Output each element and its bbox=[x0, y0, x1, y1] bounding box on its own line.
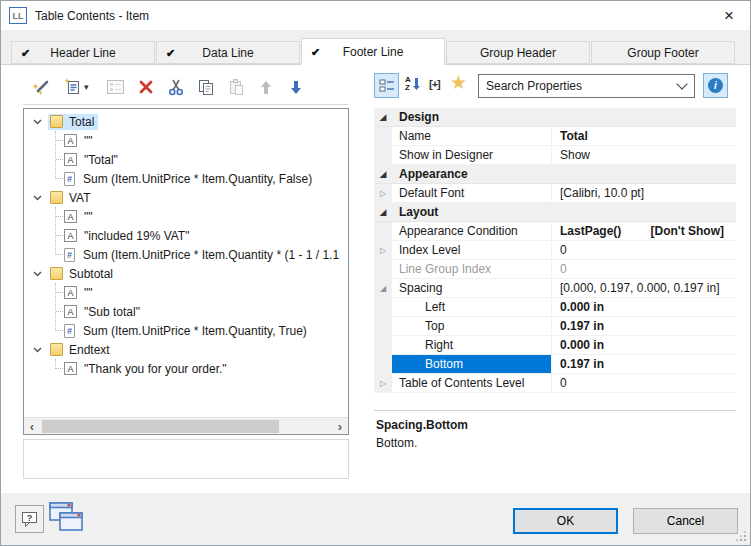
property-row-name[interactable]: Name Total bbox=[374, 127, 736, 146]
info-button[interactable]: i bbox=[703, 73, 728, 98]
search-properties-combo[interactable] bbox=[478, 74, 695, 98]
property-row-default-font[interactable]: ▷ Default Font [Calibri, 10.0 pt] bbox=[374, 184, 736, 203]
collapse-icon[interactable]: ◢ bbox=[374, 165, 392, 183]
horizontal-scrollbar[interactable]: ‹ › bbox=[24, 417, 348, 434]
expand-icon[interactable]: ▷ bbox=[374, 184, 392, 202]
scroll-left-icon[interactable]: ‹ bbox=[24, 419, 40, 434]
tree-item-label: Sum (Item.UnitPrice * Item.Quantity * (1… bbox=[83, 248, 339, 262]
tab-label: Group Footer bbox=[627, 46, 698, 60]
line-definition-tree[interactable]: Total "" "Total" Sum (Item.UnitPrice * I… bbox=[23, 108, 349, 435]
tree-group-label: Subtotal bbox=[69, 267, 113, 281]
tree-item[interactable]: Sum (Item.UnitPrice * Item.Quantity, Fal… bbox=[24, 169, 348, 188]
search-input[interactable] bbox=[479, 79, 670, 93]
paste-icon[interactable] bbox=[222, 74, 251, 100]
property-row-appearance-condition[interactable]: Appearance Condition LastPage() [Don't S… bbox=[374, 222, 736, 241]
chevron-down-icon[interactable] bbox=[32, 192, 43, 203]
scroll-right-icon[interactable]: › bbox=[332, 419, 348, 434]
move-up-icon[interactable] bbox=[251, 74, 281, 100]
expand-all-icon[interactable]: [+] bbox=[429, 78, 440, 90]
tree-group-vat[interactable]: VAT bbox=[24, 188, 348, 207]
property-row-spacing-right[interactable]: Right 0.000 in bbox=[374, 336, 736, 355]
category-row-design[interactable]: ◢ Design bbox=[374, 108, 736, 127]
property-value[interactable]: [Calibri, 10.0 pt] bbox=[551, 184, 736, 202]
scrollbar-thumb[interactable] bbox=[42, 420, 279, 433]
favorites-star-icon[interactable]: ★ bbox=[450, 71, 467, 94]
property-value[interactable]: [0.000, 0.197, 0.000, 0.197 in] bbox=[551, 279, 736, 297]
tree-group-total[interactable]: Total bbox=[24, 112, 348, 131]
property-row-index-level[interactable]: ▷ Index Level 0 bbox=[374, 241, 736, 260]
property-value[interactable]: Show bbox=[551, 146, 736, 164]
collapse-icon[interactable]: ◢ bbox=[374, 279, 392, 297]
tree-item[interactable]: Sum (Item.UnitPrice * Item.Quantity, Tru… bbox=[24, 321, 348, 340]
property-value[interactable]: 0.197 in bbox=[551, 355, 736, 373]
tree-item-label: Sum (Item.UnitPrice * Item.Quantity, Tru… bbox=[83, 324, 307, 338]
close-icon[interactable]: × bbox=[708, 1, 750, 30]
property-grid: ◢ Design Name Total Show in Designer Sho… bbox=[374, 108, 736, 393]
tree-item[interactable]: Sum (Item.UnitPrice * Item.Quantity * (1… bbox=[24, 245, 348, 264]
delete-icon[interactable] bbox=[131, 74, 161, 100]
property-value[interactable]: 0.000 in bbox=[551, 336, 736, 354]
sort-z-glyph: Z bbox=[405, 84, 411, 92]
property-value[interactable]: LastPage() bbox=[560, 224, 621, 238]
check-icon: ✔ bbox=[21, 46, 30, 59]
tree-item[interactable]: "Total" bbox=[24, 150, 348, 169]
collapse-icon[interactable]: ◢ bbox=[374, 108, 392, 126]
sum-formula-icon bbox=[64, 172, 75, 186]
tab-group-footer[interactable]: Group Footer bbox=[591, 41, 735, 64]
chevron-down-icon[interactable] bbox=[32, 344, 43, 355]
chevron-down-icon[interactable] bbox=[32, 116, 43, 127]
tab-data-line[interactable]: ✔ Data Line bbox=[156, 41, 300, 64]
cut-icon[interactable] bbox=[161, 74, 191, 100]
tab-label: Group Header bbox=[480, 46, 556, 60]
toolbar-separator bbox=[23, 104, 349, 105]
category-row-layout[interactable]: ◢ Layout bbox=[374, 203, 736, 222]
tree-group-subtotal[interactable]: Subtotal bbox=[24, 264, 348, 283]
tab-header-line[interactable]: ✔ Header Line bbox=[11, 41, 155, 64]
tree-group-endtext[interactable]: Endtext bbox=[24, 340, 348, 359]
property-label: Appearance Condition bbox=[392, 222, 551, 240]
tab-footer-line[interactable]: ✔ Footer Line bbox=[301, 38, 445, 65]
property-row-spacing-bottom[interactable]: Bottom 0.197 in bbox=[374, 355, 736, 374]
tab-group-header[interactable]: Group Header bbox=[446, 41, 590, 64]
property-row-spacing[interactable]: ◢ Spacing [0.000, 0.197, 0.000, 0.197 in… bbox=[374, 279, 736, 298]
tree-item[interactable]: "" bbox=[24, 207, 348, 226]
collapse-icon[interactable]: ◢ bbox=[374, 203, 392, 221]
category-label: Design bbox=[392, 108, 439, 126]
combo-chevron-icon[interactable] bbox=[670, 75, 694, 97]
tree-item[interactable]: "" bbox=[24, 131, 348, 150]
help-button[interactable]: ? bbox=[15, 505, 44, 533]
line-properties-icon[interactable] bbox=[100, 74, 131, 100]
expand-icon[interactable]: ▷ bbox=[374, 374, 392, 392]
copy-icon[interactable] bbox=[191, 74, 222, 100]
new-line-icon[interactable]: ▾ bbox=[57, 74, 96, 100]
ok-button[interactable]: OK bbox=[513, 508, 618, 534]
property-label: Name bbox=[392, 127, 551, 145]
tree-item[interactable]: "Thank you for your order." bbox=[24, 359, 348, 378]
property-value[interactable]: 0 bbox=[551, 241, 736, 259]
property-value[interactable]: Total bbox=[551, 127, 736, 145]
property-value[interactable]: 0 bbox=[551, 374, 736, 392]
tree-item[interactable]: "Sub total" bbox=[24, 302, 348, 321]
property-row-show-in-designer[interactable]: Show in Designer Show bbox=[374, 146, 736, 165]
expand-icon[interactable]: ▷ bbox=[374, 241, 392, 259]
wizard-icon[interactable] bbox=[25, 74, 57, 100]
category-row-appearance[interactable]: ◢ Appearance bbox=[374, 165, 736, 184]
dropdown-icon: ▾ bbox=[84, 82, 89, 92]
info-icon: i bbox=[708, 78, 723, 93]
property-row-spacing-left[interactable]: Left 0.000 in bbox=[374, 298, 736, 317]
property-row-spacing-top[interactable]: Top 0.197 in bbox=[374, 317, 736, 336]
sort-alphabetical-icon[interactable]: A Z bbox=[405, 76, 421, 92]
categorized-view-button[interactable] bbox=[374, 73, 399, 98]
apply-to-all-windows-icon[interactable] bbox=[49, 502, 84, 535]
move-down-icon[interactable] bbox=[281, 74, 311, 100]
tree-item[interactable]: "included 19% VAT" bbox=[24, 226, 348, 245]
tree-item[interactable]: "" bbox=[24, 283, 348, 302]
cancel-button[interactable]: Cancel bbox=[633, 508, 738, 534]
tree-item-label: "included 19% VAT" bbox=[84, 229, 189, 243]
folder-icon bbox=[50, 343, 63, 356]
property-value[interactable]: 0.000 in bbox=[551, 298, 736, 316]
property-value[interactable]: 0.197 in bbox=[551, 317, 736, 335]
chevron-down-icon[interactable] bbox=[32, 268, 43, 279]
resize-grip[interactable] bbox=[736, 531, 746, 541]
property-row-toc-level[interactable]: ▷ Table of Contents Level 0 bbox=[374, 374, 736, 393]
